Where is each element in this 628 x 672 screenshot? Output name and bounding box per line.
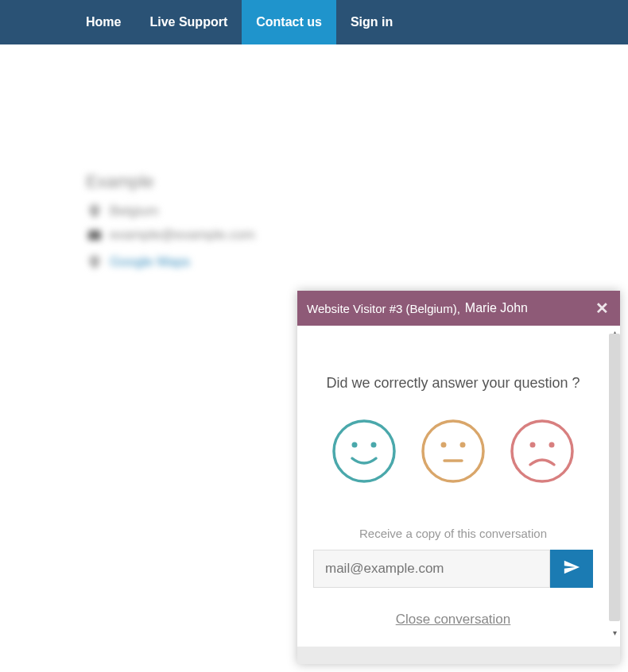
svg-point-1 <box>334 421 394 481</box>
close-conversation-link[interactable]: Close conversation <box>313 612 593 628</box>
email-copy-row <box>313 550 593 588</box>
happy-face-icon[interactable] <box>331 419 397 487</box>
chat-header[interactable]: Website Visitor #3 (Belgium), Marie John… <box>297 291 620 326</box>
location-text: Belgium <box>110 203 158 219</box>
svg-point-6 <box>460 442 466 448</box>
contact-info-block: Example Belgium example@example.com Goog… <box>0 44 628 270</box>
paper-plane-icon <box>563 558 580 579</box>
email-row: example@example.com <box>86 227 628 243</box>
svg-point-8 <box>512 421 572 481</box>
email-text: example@example.com <box>110 227 255 243</box>
location-pin-icon <box>86 205 103 218</box>
survey-question: Did we correctly answer your question ? <box>313 375 593 392</box>
svg-point-5 <box>441 442 447 448</box>
company-name: Example <box>86 172 628 192</box>
scroll-down-arrow[interactable]: ▾ <box>609 626 620 639</box>
email-input[interactable] <box>313 550 550 588</box>
agent-name: Marie John <box>465 301 528 315</box>
svg-point-10 <box>549 442 555 448</box>
nav-live-support[interactable]: Live Support <box>135 0 242 44</box>
chat-widget: Website Visitor #3 (Belgium), Marie John… <box>297 291 620 664</box>
rating-faces <box>313 419 593 487</box>
svg-point-9 <box>530 442 536 448</box>
neutral-face-icon[interactable] <box>421 419 486 487</box>
chat-body: ▴ ▾ Did we correctly answer your questio… <box>297 326 620 647</box>
nav-sign-in[interactable]: Sign in <box>336 0 407 44</box>
visitor-label: Website Visitor #3 (Belgium), <box>307 302 460 315</box>
send-button[interactable] <box>550 550 593 588</box>
nav-contact-us[interactable]: Contact us <box>242 0 336 44</box>
svg-point-3 <box>371 442 377 448</box>
chat-content: Did we correctly answer your question ? <box>297 326 609 647</box>
envelope-icon <box>86 230 103 240</box>
maps-row[interactable]: Google Maps <box>86 254 628 270</box>
svg-rect-0 <box>88 230 101 240</box>
chat-footer <box>297 647 620 664</box>
sad-face-icon[interactable] <box>510 419 575 487</box>
scrollbar[interactable] <box>609 334 620 621</box>
svg-point-4 <box>423 421 483 481</box>
maps-link[interactable]: Google Maps <box>110 254 190 270</box>
nav-home[interactable]: Home <box>72 0 135 44</box>
location-row: Belgium <box>86 203 628 219</box>
location-pin-icon <box>86 256 103 268</box>
svg-point-2 <box>352 442 358 448</box>
main-navbar: Home Live Support Contact us Sign in <box>0 0 628 44</box>
close-icon[interactable]: ✕ <box>595 299 609 318</box>
copy-label: Receive a copy of this conversation <box>313 527 593 540</box>
